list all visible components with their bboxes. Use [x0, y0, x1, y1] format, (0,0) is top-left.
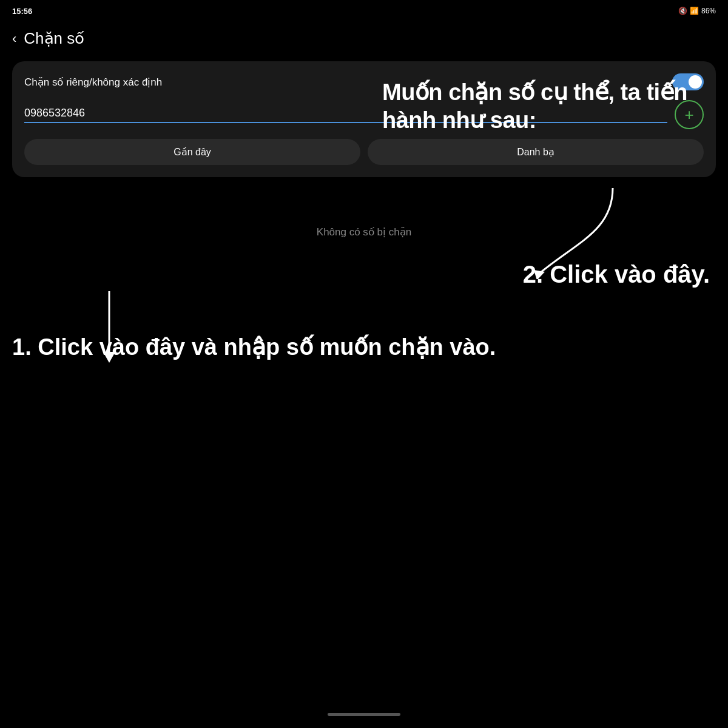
status-icons: 🔇 📶 86%: [678, 7, 716, 15]
page-title: Chặn số: [24, 29, 84, 48]
battery-text: 86%: [701, 7, 716, 15]
toggle-label: Chặn số riêng/không xác định: [24, 76, 162, 89]
annotation-top-right: Muốn chặn số cụ thể, ta tiến hành như sa…: [382, 79, 710, 134]
annotation-bottom: 1. Click vào đây và nhập số muốn chặn và…: [0, 334, 728, 360]
header: ‹ Chặn số: [0, 22, 728, 55]
wifi-icon: 📶: [690, 7, 699, 15]
button-row: Gần đây Danh bạ: [24, 139, 704, 165]
recent-button[interactable]: Gần đây: [24, 139, 360, 165]
contacts-button[interactable]: Danh bạ: [368, 139, 704, 165]
arrow-to-add-button: [504, 182, 625, 279]
back-button[interactable]: ‹: [12, 31, 16, 47]
status-bar: 15:56 🔇 📶 86%: [0, 0, 728, 22]
status-time: 15:56: [12, 7, 32, 16]
navigation-bar: [328, 713, 400, 716]
mute-icon: 🔇: [678, 7, 687, 15]
